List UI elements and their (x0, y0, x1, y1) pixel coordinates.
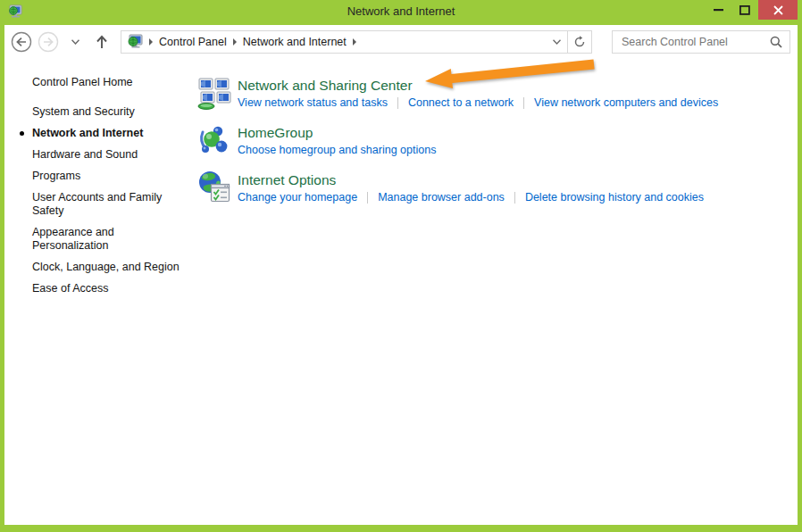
section-title-internet-options[interactable]: Internet Options (238, 171, 704, 188)
link-manage-addons[interactable]: Manage browser add-ons (378, 191, 505, 204)
search-input[interactable] (620, 35, 770, 49)
breadcrumb-chevron-icon (149, 38, 153, 46)
sidebar-item-clock-language-region[interactable]: Clock, Language, and Region (32, 261, 188, 274)
network-sharing-center-icon (197, 76, 231, 112)
link-delete-history[interactable]: Delete browsing history and cookies (525, 191, 704, 204)
sidebar-item-network-and-internet[interactable]: Network and Internet (32, 127, 188, 140)
maximize-button[interactable] (731, 0, 758, 20)
window-title: Network and Internet (0, 4, 802, 18)
section-network-sharing-center: Network and Sharing Center View network … (197, 76, 798, 112)
link-view-network-computers[interactable]: View network computers and devices (534, 96, 718, 109)
forward-button[interactable] (37, 30, 60, 54)
address-dropdown-button[interactable] (546, 31, 567, 53)
close-button[interactable] (758, 0, 798, 20)
breadcrumb-chevron-icon[interactable] (353, 38, 356, 46)
sidebar-item-hardware-and-sound[interactable]: Hardware and Sound (32, 148, 188, 162)
link-view-network-status[interactable]: View network status and tasks (238, 96, 388, 109)
sidebar-item-control-panel-home[interactable]: Control Panel Home (32, 76, 188, 89)
client-area: Control Panel Network and Internet (4, 25, 798, 525)
section-links: View network status and tasks Connect to… (238, 96, 718, 109)
breadcrumb-item-control-panel[interactable]: Control Panel (155, 36, 230, 48)
sidebar-item-programs[interactable]: Programs (32, 170, 188, 183)
titlebar: Network and Internet (0, 0, 802, 25)
section-title-network-sharing-center[interactable]: Network and Sharing Center (238, 77, 718, 94)
search-icon (770, 36, 782, 48)
link-separator (514, 192, 515, 204)
minimize-button[interactable] (705, 0, 731, 20)
back-button[interactable] (10, 30, 33, 54)
main-content: Network and Sharing Center View network … (197, 58, 798, 303)
section-title-homegroup[interactable]: HomeGroup (238, 124, 436, 141)
breadcrumb-item-network-and-internet[interactable]: Network and Internet (239, 36, 350, 48)
sidebar-item-ease-of-access[interactable]: Ease of Access (32, 282, 188, 295)
address-bar[interactable]: Control Panel Network and Internet (121, 30, 592, 54)
link-change-homepage[interactable]: Change your homepage (238, 191, 357, 204)
sidebar-item-system-and-security[interactable]: System and Security (32, 105, 188, 119)
link-choose-homegroup-options[interactable]: Choose homegroup and sharing options (238, 144, 436, 156)
control-panel-icon (127, 34, 145, 49)
section-homegroup: HomeGroup Choose homegroup and sharing o… (197, 123, 798, 159)
section-links: Change your homepage Manage browser add-… (238, 191, 704, 204)
search-box[interactable] (612, 30, 790, 54)
link-separator (523, 97, 524, 109)
link-separator (397, 97, 398, 109)
up-button[interactable] (90, 30, 113, 54)
network-and-internet-window: { "window": { "title": "Network and Inte… (0, 0, 802, 532)
page-body: Control Panel Home System and Security N… (4, 58, 798, 303)
sidebar-item-user-accounts[interactable]: User Accounts and Family Safety (32, 191, 188, 218)
breadcrumb: Control Panel Network and Internet (146, 36, 359, 48)
homegroup-icon (197, 123, 231, 159)
recent-pages-dropdown[interactable] (63, 30, 87, 54)
navigation-toolbar: Control Panel Network and Internet (4, 25, 798, 58)
sidebar: Control Panel Home System and Security N… (4, 58, 197, 303)
internet-options-icon (197, 170, 231, 206)
breadcrumb-chevron-icon[interactable] (233, 38, 237, 46)
window-controls (705, 0, 798, 20)
link-separator (367, 192, 368, 204)
section-links: Choose homegroup and sharing options (238, 144, 436, 156)
sidebar-item-appearance[interactable]: Appearance and Personalization (32, 226, 188, 253)
section-internet-options: Internet Options Change your homepage Ma… (197, 170, 798, 206)
refresh-button[interactable] (567, 30, 592, 54)
link-connect-to-network[interactable]: Connect to a network (408, 96, 514, 109)
